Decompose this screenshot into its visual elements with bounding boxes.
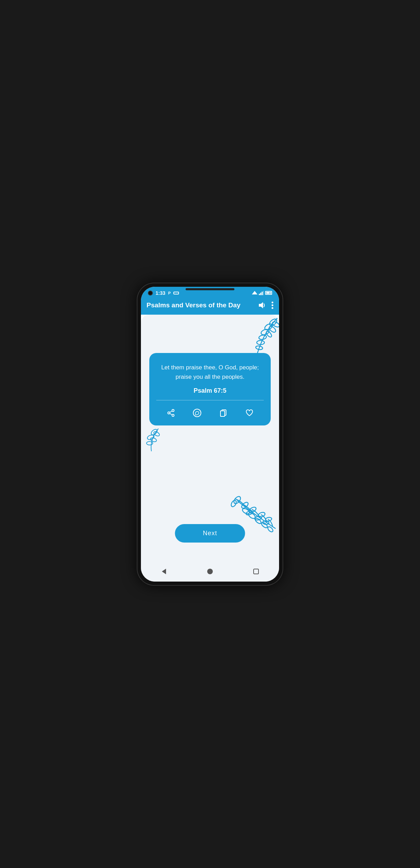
copy-button[interactable]: [216, 405, 231, 421]
svg-rect-48: [254, 569, 258, 574]
home-nav-button[interactable]: [207, 568, 213, 575]
back-nav-icon: [161, 568, 167, 575]
svg-point-35: [248, 506, 257, 513]
leaf-left-decoration: [144, 425, 164, 453]
svg-point-39: [265, 517, 272, 521]
svg-point-21: [153, 431, 160, 437]
svg-point-42: [248, 512, 256, 519]
svg-marker-0: [252, 291, 257, 294]
verse-divider: [156, 400, 264, 400]
svg-point-37: [258, 511, 266, 517]
svg-point-43: [254, 517, 262, 524]
svg-line-26: [170, 413, 172, 415]
svg-point-14: [255, 345, 263, 350]
svg-point-22: [150, 437, 157, 443]
svg-point-16: [268, 325, 277, 333]
signal-icon: [259, 291, 264, 295]
next-button[interactable]: Next: [175, 524, 245, 543]
svg-point-25: [172, 414, 174, 416]
svg-point-18: [150, 428, 158, 436]
verse-actions: [158, 402, 262, 425]
app-bar: Psalms and Verses of the Day: [141, 298, 279, 315]
app-title: Psalms and Verses of the Day: [147, 301, 258, 309]
svg-point-32: [233, 495, 242, 505]
phone-frame: 1:33 P: [137, 283, 283, 586]
svg-point-13: [257, 340, 264, 345]
next-button-container: Next: [175, 524, 245, 543]
svg-point-12: [258, 335, 267, 340]
svg-line-27: [170, 411, 172, 412]
share-button[interactable]: [163, 405, 179, 421]
battery-tip: [270, 292, 271, 294]
svg-point-19: [147, 434, 155, 440]
app-bar-icons: [258, 301, 273, 309]
svg-rect-4: [263, 291, 264, 295]
whatsapp-icon: [193, 408, 202, 417]
p-icon: P: [168, 291, 171, 295]
svg-point-36: [246, 510, 253, 515]
sd-card-icon: [173, 292, 179, 294]
phone-notch: [186, 288, 234, 290]
svg-rect-3: [262, 292, 263, 295]
svg-rect-1: [259, 294, 260, 295]
status-left: 1:33 P: [148, 290, 179, 296]
svg-marker-46: [162, 569, 166, 574]
svg-point-10: [264, 322, 273, 331]
svg-point-11: [260, 328, 270, 336]
verse-reference: Psalm 67:5: [158, 387, 262, 394]
copy-icon: [219, 409, 227, 417]
status-time: 1:33: [156, 290, 165, 296]
back-nav-button[interactable]: [161, 568, 167, 575]
svg-point-33: [230, 499, 237, 507]
svg-point-44: [261, 521, 268, 529]
svg-point-40: [263, 521, 269, 525]
status-right-icons: [252, 291, 272, 295]
phone-screen: 1:33 P: [141, 287, 279, 582]
svg-point-38: [254, 516, 262, 520]
svg-point-15: [271, 321, 279, 328]
svg-point-41: [241, 507, 250, 515]
more-button[interactable]: [271, 301, 273, 309]
verse-card: Let them praise thee, O God, people; pra…: [149, 353, 271, 425]
favorite-button[interactable]: [242, 405, 257, 421]
svg-rect-2: [260, 293, 261, 295]
svg-point-34: [241, 501, 249, 509]
wifi-icon: [252, 291, 257, 295]
verse-text: Let them praise thee, O God, people; pra…: [158, 363, 262, 382]
svg-point-8: [272, 307, 273, 309]
battery-fill: [266, 292, 270, 294]
svg-point-28: [193, 409, 201, 417]
svg-point-47: [207, 569, 213, 574]
svg-point-45: [267, 526, 274, 533]
heart-icon: [245, 409, 254, 417]
more-icon: [271, 301, 273, 309]
main-content: Let them praise thee, O God, people; pra…: [141, 315, 279, 563]
recent-nav-icon: [253, 568, 259, 575]
svg-point-6: [272, 301, 273, 303]
recent-nav-button[interactable]: [253, 568, 259, 575]
camera-icon: [148, 291, 153, 295]
whatsapp-button[interactable]: [189, 405, 205, 421]
svg-marker-5: [259, 302, 263, 308]
svg-point-9: [268, 317, 278, 327]
bottom-nav: [141, 563, 279, 582]
sound-button[interactable]: [258, 302, 266, 309]
share-icon: [167, 409, 175, 417]
svg-point-20: [147, 441, 153, 445]
svg-point-23: [172, 409, 174, 412]
svg-point-24: [168, 412, 170, 414]
svg-point-7: [272, 304, 273, 306]
home-nav-icon: [207, 568, 213, 575]
svg-rect-30: [220, 411, 225, 416]
svg-point-17: [265, 330, 273, 338]
battery-icon: [265, 291, 272, 295]
sound-icon: [258, 302, 266, 309]
